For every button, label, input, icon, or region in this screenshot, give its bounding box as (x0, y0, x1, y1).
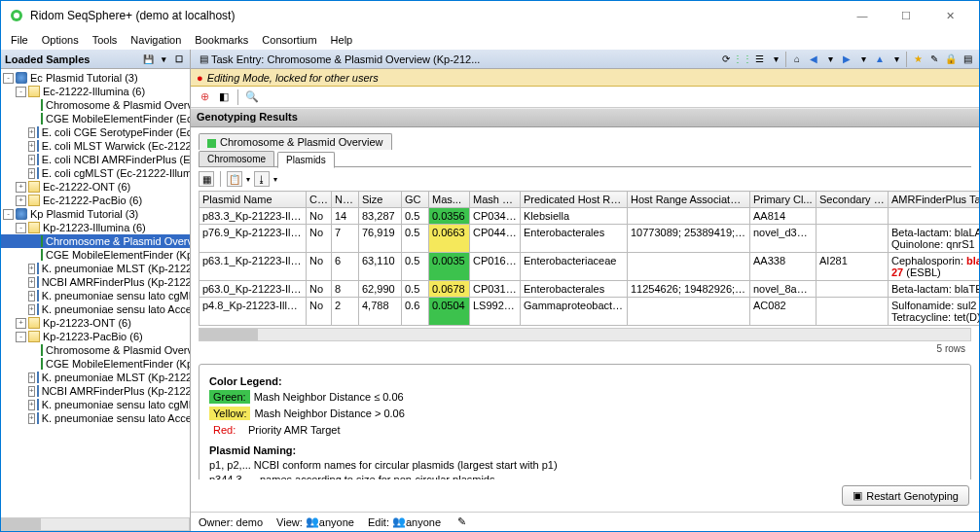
expander-icon[interactable]: + (28, 372, 35, 383)
table-row[interactable]: p4.8_Kp-21223-IlluminaNo24,7880.60.0504L… (200, 298, 980, 326)
col-header[interactable]: Secondary Cl... (817, 192, 889, 208)
expander-icon[interactable]: - (16, 87, 26, 97)
up-menu-icon[interactable]: ▾ (889, 52, 904, 67)
refresh-icon[interactable]: ⟳ (718, 52, 734, 67)
lock-icon[interactable]: 🔒 (943, 52, 959, 67)
tree-item[interactable]: CGE MobileElementFinder (Kp-21223-Illumi (1, 248, 190, 262)
search-icon[interactable]: 🔍 (244, 89, 260, 105)
tree-item[interactable]: +K. pneumoniae MLST (Kp-21223-PacBio) (1, 371, 190, 384)
tree-item[interactable]: +E. coli cgMLST (Ec-21222-Illumina) (1, 166, 190, 180)
tree-item[interactable]: +Ec-21222-ONT (6) (1, 180, 190, 194)
tree-h-scrollbar[interactable] (1, 517, 190, 531)
target-icon[interactable]: ⊕ (197, 89, 212, 105)
col-header[interactable]: Size (359, 192, 402, 208)
expander-icon[interactable]: + (28, 277, 35, 288)
edit-icon[interactable]: ✎ (926, 52, 942, 67)
sample-tree[interactable]: -Ec Plasmid Tutorial (3)-Ec-21222-Illumi… (1, 69, 190, 515)
flag-icon[interactable]: ◧ (216, 89, 232, 105)
expander-icon[interactable]: + (28, 127, 35, 138)
tree-item[interactable]: +K. pneumoniae sensu lato cgMLST (Kp-21 (1, 289, 190, 302)
restart-genotyping-button[interactable]: ▣ Restart Genotyping (842, 485, 969, 506)
col-header[interactable]: Mas... (429, 192, 470, 208)
tree-item[interactable]: +E. coli MLST Warwick (Ec-21222-Illumina… (1, 139, 190, 153)
expander-icon[interactable]: + (28, 291, 35, 301)
copy-icon[interactable]: 📋 (227, 171, 242, 187)
tree-item[interactable]: CGE MobileElementFinder (Kp-21223-PacB (1, 357, 190, 371)
tree-item[interactable]: Chromosome & Plasmid Overview (Ec-21… (1, 98, 190, 112)
tree-item[interactable]: -Ec Plasmid Tutorial (3) (1, 71, 190, 85)
expander-icon[interactable]: + (28, 155, 35, 165)
table-h-scrollbar[interactable] (199, 328, 971, 341)
tree-item[interactable]: +NCBI AMRFinderPlus (Kp-21223-PacBio) (1, 384, 190, 398)
col-header[interactable]: Nu... (332, 192, 359, 208)
expander-icon[interactable]: - (3, 73, 14, 84)
back-menu-icon[interactable]: ▾ (822, 52, 838, 67)
overview-tab-label[interactable]: Chromosome & Plasmid Overview (199, 133, 392, 150)
maximize-button[interactable]: ☐ (885, 2, 927, 29)
expander-icon[interactable]: + (28, 386, 35, 397)
expander-icon[interactable]: + (28, 400, 35, 410)
menu-help[interactable]: Help (325, 32, 359, 48)
filter-menu-icon[interactable]: ▾ (157, 53, 170, 66)
col-header[interactable]: Plasmid Name (200, 192, 307, 208)
tree-item[interactable]: Chromosome & Plasmid Overview ( (1, 234, 190, 248)
up-icon[interactable]: ▲ (872, 52, 888, 67)
tree-item[interactable]: +K. pneumoniae sensu lato cgMLST (Kp-21 (1, 398, 190, 411)
expander-icon[interactable]: + (28, 304, 35, 315)
tree-item[interactable]: -Ec-21222-Illumina (6) (1, 85, 190, 98)
tab-plasmids[interactable]: Plasmids (277, 152, 335, 168)
minimize-button[interactable]: — (841, 2, 884, 29)
expander-icon[interactable]: + (28, 413, 35, 424)
tree-item[interactable]: +E. coli NCBI AMRFinderPlus (Ec-21222-Il… (1, 153, 190, 166)
expander-icon[interactable]: + (28, 141, 35, 152)
export-icon[interactable]: ⭳ (254, 171, 270, 187)
table-row[interactable]: p63.1_Kp-21223-IlluminaNo663,1100.50.003… (200, 253, 980, 281)
menu-file[interactable]: File (5, 32, 34, 48)
back-icon[interactable]: ◀ (806, 52, 821, 67)
tree-item[interactable]: +Kp-21223-ONT (6) (1, 316, 190, 330)
menu-navigation[interactable]: Navigation (125, 32, 187, 48)
plasmid-table[interactable]: Plasmid NameCir...Nu...SizeGCMas...Mash … (199, 191, 979, 326)
tab-chromosome[interactable]: Chromosome (199, 151, 274, 166)
tree-item[interactable]: Chromosome & Plasmid Overview (Kp-21 (1, 343, 190, 357)
col-header[interactable]: Primary Cl... (750, 192, 817, 208)
forward-menu-icon[interactable]: ▾ (855, 52, 871, 67)
tree-item[interactable]: -Kp Plasmid Tutorial (3) (1, 207, 190, 221)
chart-menu-icon[interactable]: ▾ (768, 52, 783, 67)
table-row[interactable]: p83.3_Kp-21223-IlluminaNo1483,2870.50.03… (200, 208, 980, 225)
menu-bookmarks[interactable]: Bookmarks (189, 32, 254, 48)
expander-icon[interactable]: - (3, 209, 14, 220)
expander-icon[interactable]: + (28, 264, 35, 274)
menu-consortium[interactable]: Consortium (256, 32, 322, 48)
col-header[interactable]: Host Range Associated ... (628, 192, 750, 208)
tree-item[interactable]: CGE MobileElementFinder (Ec-21222-Il… (1, 112, 190, 125)
col-header[interactable]: Mash N... (470, 192, 521, 208)
col-header[interactable]: AMRFinderPlus Targets (889, 192, 980, 208)
expander-icon[interactable]: - (16, 223, 26, 233)
note-icon[interactable]: ✎ (454, 515, 468, 529)
col-header[interactable]: Cir... (307, 192, 332, 208)
tree-item[interactable]: +NCBI AMRFinderPlus (Kp-21223-Illumina) (1, 275, 190, 289)
tree-item[interactable]: +K. pneumoniae sensu lato Accessory (Kp… (1, 411, 190, 425)
table-row[interactable]: p63.0_Kp-21223-IlluminaNo862,9900.50.067… (200, 281, 980, 298)
close-button[interactable]: ✕ (928, 2, 971, 29)
tree-item[interactable]: +E. coli CGE SerotypeFinder (Ec-21222-Il… (1, 125, 190, 139)
tree-item[interactable]: -Kp-21223-Illumina (6) (1, 221, 190, 234)
tree-item[interactable]: +Ec-21222-PacBio (6) (1, 194, 190, 207)
expander-icon[interactable]: - (16, 332, 26, 342)
expander-icon[interactable]: + (16, 182, 26, 193)
forward-icon[interactable]: ▶ (839, 52, 854, 67)
report-icon[interactable]: ▤ (960, 52, 975, 67)
expander-icon[interactable]: + (16, 195, 26, 206)
save-icon[interactable]: 💾 (141, 53, 155, 66)
menu-tools[interactable]: Tools (87, 32, 124, 48)
grid-icon[interactable]: ▦ (199, 171, 214, 187)
home-icon[interactable]: ⌂ (789, 52, 805, 67)
expander-icon[interactable]: + (28, 168, 35, 179)
tree-item[interactable]: +K. pneumoniae sensu lato Accessory (Kp… (1, 302, 190, 316)
table-row[interactable]: p76.9_Kp-21223-IlluminaNo776,9190.50.066… (200, 225, 980, 253)
close-panel-icon[interactable]: ☐ (172, 53, 186, 66)
col-header[interactable]: Predicated Host Ra... (521, 192, 628, 208)
bookmark-icon[interactable]: ★ (910, 52, 926, 67)
expander-icon[interactable]: + (16, 318, 26, 329)
